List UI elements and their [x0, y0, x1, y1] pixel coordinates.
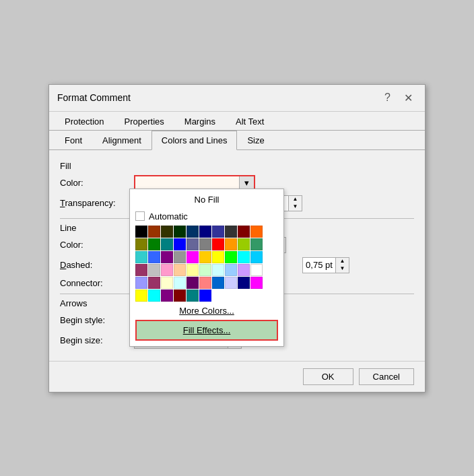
color-cell[interactable] — [250, 238, 263, 250]
color-cell[interactable] — [199, 290, 211, 302]
color-picker-popup: No Fill Automatic — [129, 189, 284, 347]
fill-color-swatch — [135, 176, 239, 190]
color-cell[interactable] — [174, 238, 186, 250]
color-cell[interactable] — [161, 226, 173, 238]
color-cell[interactable] — [187, 226, 199, 238]
automatic-checkbox[interactable] — [135, 211, 145, 221]
color-cell[interactable] — [225, 226, 237, 238]
title-bar-controls: ? ✕ — [380, 90, 417, 106]
title-bar: Format Comment ? ✕ — [49, 85, 425, 112]
color-cell[interactable] — [135, 251, 147, 263]
transparency-label: Transparency: — [60, 198, 134, 208]
color-cell[interactable] — [135, 264, 147, 276]
color-cell[interactable] — [250, 264, 263, 276]
more-colors-link[interactable]: More Colors... — [135, 306, 278, 316]
color-cell[interactable] — [225, 277, 237, 289]
weight-spinbox[interactable]: 0,75 pt ▲ ▼ — [302, 257, 349, 273]
color-cell[interactable] — [225, 264, 237, 276]
fill-color-label: Color: — [60, 178, 134, 188]
tab-margins[interactable]: Margins — [174, 112, 226, 131]
color-cell[interactable] — [225, 238, 237, 250]
color-cell[interactable] — [187, 264, 199, 276]
color-cell[interactable] — [187, 251, 199, 263]
connector-label: Connector: — [60, 278, 134, 288]
color-cell[interactable] — [135, 238, 147, 250]
color-cell[interactable] — [199, 238, 211, 250]
weight-up[interactable]: ▲ — [336, 258, 349, 265]
dashed-label: Dashed: — [60, 260, 134, 270]
color-cell[interactable] — [174, 264, 186, 276]
color-cell[interactable] — [161, 290, 173, 302]
automatic-row: Automatic — [135, 211, 278, 222]
begin-style-label: Begin style: — [60, 315, 134, 325]
tabs-row-2: Font Alignment Colors and Lines Size — [49, 131, 425, 150]
color-cell[interactable] — [225, 251, 237, 263]
color-cell[interactable] — [199, 277, 211, 289]
color-cell[interactable] — [174, 290, 186, 302]
color-cell[interactable] — [161, 277, 173, 289]
dialog-title: Format Comment — [57, 92, 131, 103]
tab-properties[interactable]: Properties — [114, 112, 174, 131]
transparency-up[interactable]: ▲ — [289, 196, 302, 203]
color-cell[interactable] — [161, 264, 173, 276]
color-cell[interactable] — [238, 264, 250, 276]
fill-effects-button[interactable]: Fill Effects... — [135, 320, 278, 341]
ok-button[interactable]: OK — [303, 368, 353, 385]
color-cell[interactable] — [161, 238, 173, 250]
weight-down[interactable]: ▼ — [336, 265, 349, 273]
tab-alt-text[interactable]: Alt Text — [226, 112, 274, 131]
color-cell[interactable] — [161, 251, 173, 263]
color-cell[interactable] — [250, 277, 263, 289]
color-grid — [135, 226, 278, 302]
color-cell[interactable] — [187, 238, 199, 250]
color-cell[interactable] — [187, 290, 199, 302]
color-cell[interactable] — [199, 251, 211, 263]
transparency-down[interactable]: ▼ — [289, 203, 302, 211]
color-cell[interactable] — [238, 251, 250, 263]
help-button[interactable]: ? — [380, 90, 395, 105]
color-cell[interactable] — [212, 264, 224, 276]
color-cell[interactable] — [148, 226, 160, 238]
color-cell[interactable] — [250, 226, 263, 238]
color-cell[interactable] — [238, 226, 250, 238]
tab-alignment[interactable]: Alignment — [92, 131, 151, 150]
color-cell[interactable] — [238, 238, 250, 250]
color-cell[interactable] — [212, 238, 224, 250]
begin-size-label: Begin size: — [60, 335, 134, 345]
color-cell[interactable] — [250, 251, 263, 263]
fill-section-label: Fill — [60, 161, 414, 171]
format-comment-dialog: Format Comment ? ✕ Protection Properties… — [48, 84, 426, 393]
tab-colors-and-lines[interactable]: Colors and Lines — [151, 131, 238, 150]
color-cell[interactable] — [212, 277, 224, 289]
color-cell[interactable] — [238, 277, 250, 289]
automatic-label: Automatic — [149, 211, 188, 222]
tab-protection[interactable]: Protection — [55, 112, 114, 131]
close-button[interactable]: ✕ — [400, 90, 417, 106]
color-cell[interactable] — [199, 264, 211, 276]
color-cell[interactable] — [148, 277, 160, 289]
dialog-footer: OK Cancel — [49, 361, 425, 392]
color-cell[interactable] — [135, 290, 147, 302]
weight-input[interactable]: 0,75 pt — [303, 260, 335, 270]
cancel-button[interactable]: Cancel — [359, 368, 414, 385]
fill-color-dropdown-arrow[interactable]: ▾ — [239, 176, 254, 190]
color-cell[interactable] — [187, 277, 199, 289]
color-cell[interactable] — [148, 251, 160, 263]
color-cell[interactable] — [174, 251, 186, 263]
tab-size[interactable]: Size — [237, 131, 274, 150]
color-cell[interactable] — [199, 226, 211, 238]
color-cell[interactable] — [148, 290, 160, 302]
color-cell[interactable] — [174, 277, 186, 289]
color-cell[interactable] — [212, 251, 224, 263]
weight-spin-arrows: ▲ ▼ — [335, 258, 349, 273]
transparency-spin-arrows: ▲ ▼ — [288, 196, 302, 211]
color-cell[interactable] — [148, 264, 160, 276]
color-cell[interactable] — [135, 277, 147, 289]
no-fill-option[interactable]: No Fill — [135, 195, 278, 207]
color-cell[interactable] — [148, 238, 160, 250]
color-cell[interactable] — [135, 226, 147, 238]
color-cell[interactable] — [174, 226, 186, 238]
color-cell[interactable] — [212, 226, 224, 238]
tabs-row-1: Protection Properties Margins Alt Text — [49, 112, 425, 131]
tab-font[interactable]: Font — [55, 131, 92, 150]
